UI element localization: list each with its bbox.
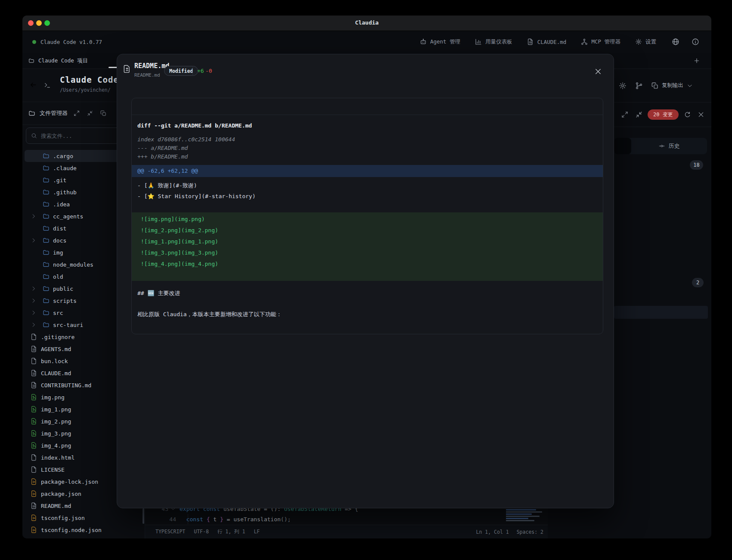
diff-added-block: ![img.png](img.png) ![img_2.png](img_2.p…: [132, 212, 603, 281]
tree-item-label: img_4.png: [41, 442, 71, 449]
chevron-right-icon: [31, 213, 39, 219]
project-path: /Users/yovinchen/: [60, 87, 111, 93]
copy-path-button[interactable]: [100, 110, 106, 116]
selected-change-row[interactable]: [614, 306, 708, 319]
menu-item-用量仪表板[interactable]: 用量仪表板: [475, 38, 512, 46]
file-icon: [31, 358, 37, 364]
diff-added-line: ![img.png](img.png): [132, 214, 603, 225]
tree-item-label: src-tauri: [53, 322, 83, 328]
tree-item-label: src: [53, 310, 63, 316]
tab-history[interactable]: 历史: [631, 138, 707, 154]
folder-icon: [43, 152, 50, 159]
i-chart-icon: [475, 38, 482, 45]
search-icon: [31, 133, 37, 139]
status-item: TYPESCRIPT: [155, 529, 185, 535]
code-line-44[interactable]: 44 const { t } = useTranslation();: [145, 514, 548, 524]
json-icon: [31, 514, 37, 521]
collapse-panel-button[interactable]: [87, 110, 93, 116]
search-input[interactable]: [41, 133, 127, 139]
back-button[interactable]: [29, 81, 37, 89]
tree-item-label: img_1.png: [41, 406, 71, 413]
right-panel: 复制输出 20 变更 历史 18 2: [614, 69, 711, 538]
menu-item-MCP 管理器[interactable]: MCP 管理器: [581, 38, 620, 46]
editor-minimap[interactable]: [506, 509, 544, 525]
tab-claude-code-projects[interactable]: Claude Code 项目: [22, 53, 94, 69]
tree-item-label: LICENSE: [41, 467, 65, 473]
diff-added-line: ![img_2.png](img_2.png): [132, 225, 603, 236]
json-icon: [31, 490, 37, 497]
menu-item-Agent 管理[interactable]: Agent 管理: [420, 38, 460, 46]
close-modal-button[interactable]: [594, 65, 606, 78]
file-icon: [31, 333, 37, 340]
gear-icon[interactable]: [619, 82, 627, 90]
image-icon: [31, 430, 37, 437]
diff-card: diff --git a/README.md b/README.md index…: [131, 98, 603, 334]
json-icon: [31, 526, 37, 533]
folder-icon: [28, 110, 35, 117]
file-diff-icon: [123, 64, 131, 74]
tree-item-tsconfig.json[interactable]: tsconfig.json: [25, 512, 143, 524]
status-dot: [32, 40, 36, 44]
expand-panel-button[interactable]: [74, 110, 80, 116]
copy-output-button[interactable]: 复制输出: [651, 82, 693, 89]
app-header: Claude Code v1.0.77 Agent 管理用量仪表板CLAUDE.…: [22, 31, 711, 53]
tree-item-label: README.md: [41, 503, 71, 509]
sidebar-scrollbar[interactable]: [143, 508, 144, 524]
folder-icon: [43, 285, 50, 292]
diff-modal: README.md README.md Modified +6 -0 diff …: [117, 54, 614, 508]
output-toolbar: 复制输出: [614, 69, 711, 103]
tree-item-label: public: [53, 286, 73, 292]
tree-item-label: node_modules: [53, 261, 93, 268]
new-tab-button[interactable]: [693, 56, 703, 65]
file-change-count-badge: 18: [690, 160, 703, 170]
tree-item-tsconfig.node.json[interactable]: tsconfig.node.json: [25, 524, 143, 536]
terminal-icon: [44, 82, 51, 89]
modal-subtitle: README.md: [134, 72, 160, 78]
chevron-right-icon: [31, 298, 39, 304]
diff-added-line: ![img_4.png](img_4.png): [132, 258, 603, 270]
tree-item-label: package-lock.json: [41, 479, 98, 485]
close-panel-icon[interactable]: [698, 111, 704, 118]
folder-icon: [43, 309, 50, 316]
folder-icon: [43, 177, 50, 184]
divider: [192, 66, 193, 76]
file-icon: [31, 466, 37, 473]
folder-icon: [43, 189, 50, 196]
diff-context-line: - [⭐ Star History](#-star-history): [132, 191, 603, 202]
folder-icon: [43, 273, 50, 280]
diff-meta-line: +++ b/README.md: [132, 152, 603, 161]
collapse-diff-button[interactable]: [636, 111, 642, 118]
status-item: 行 1, 列 1: [217, 529, 245, 535]
chevron-down-icon: [687, 83, 693, 89]
tree-item-label: package.json: [41, 491, 81, 497]
language-globe-button[interactable]: [672, 38, 679, 46]
refresh-icon[interactable]: [684, 111, 691, 118]
folder-icon: [43, 261, 50, 268]
tree-item-label: img: [53, 249, 63, 256]
tree-item-label: .github: [53, 189, 77, 196]
menu-item-设置[interactable]: 设置: [635, 38, 656, 46]
deletions-count: -0: [205, 68, 212, 74]
diff-hunk-line: @@ -62,6 +62,12 @@: [132, 165, 603, 177]
chevron-right-icon: [31, 310, 39, 316]
diff-meta-line: --- a/README.md: [132, 144, 603, 152]
folder-icon: [43, 321, 50, 328]
tab-changes-fragment[interactable]: [614, 138, 631, 154]
expand-diff-button[interactable]: [621, 111, 628, 118]
git-branch-icon[interactable]: [635, 82, 643, 90]
indent-guide: [188, 514, 188, 524]
tree-item-label: docs: [53, 237, 66, 244]
chevron-right-icon: [31, 322, 39, 328]
menu-item-CLAUDE.md[interactable]: CLAUDE.md: [527, 38, 567, 45]
folder-icon: [43, 213, 50, 220]
modified-badge: Modified: [164, 66, 198, 76]
folder-icon: [43, 165, 50, 171]
info-button[interactable]: [692, 38, 699, 46]
status-item: Spaces: 2: [517, 529, 543, 535]
folder-icon: [43, 297, 50, 304]
tree-item-label: AGENTS.md: [41, 346, 71, 352]
additions-count: +6: [197, 68, 204, 74]
tree-item-label: tsconfig.node.json: [41, 527, 102, 533]
changes-count-badge[interactable]: 20 变更: [648, 109, 679, 120]
doc-icon: [31, 370, 37, 376]
